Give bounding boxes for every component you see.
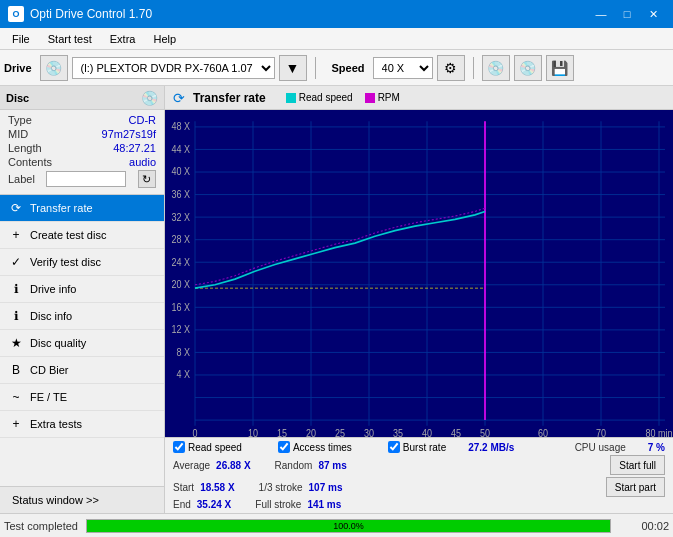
disc-info-icon: ℹ bbox=[8, 308, 24, 324]
legend-read-speed-color bbox=[286, 93, 296, 103]
legend-rpm-color bbox=[365, 93, 375, 103]
nav-fe-te-label: FE / TE bbox=[30, 391, 67, 403]
stats-row-3: Start 18.58 X 1/3 stroke 107 ms Start pa… bbox=[173, 477, 665, 497]
svg-text:24 X: 24 X bbox=[171, 256, 190, 268]
chart-title: Transfer rate bbox=[193, 91, 266, 105]
app-icon: O bbox=[8, 6, 24, 22]
start-full-button[interactable]: Start full bbox=[610, 455, 665, 475]
toolbar-sep-2 bbox=[473, 57, 474, 79]
chart-area: ⟳ Transfer rate Read speed RPM bbox=[165, 86, 673, 513]
burst-rate-checkbox[interactable] bbox=[388, 441, 400, 453]
drive-icon-btn[interactable]: 💿 bbox=[40, 55, 68, 81]
drive-select[interactable]: (l:) PLEXTOR DVDR PX-760A 1.07 bbox=[72, 57, 275, 79]
nav-extra-tests[interactable]: + Extra tests bbox=[0, 411, 164, 438]
average-stat: Average 26.88 X bbox=[173, 460, 251, 471]
svg-text:4 X: 4 X bbox=[176, 369, 190, 381]
end-stat: End 35.24 X bbox=[173, 499, 231, 510]
status-window-btn[interactable]: Status window >> bbox=[8, 491, 156, 509]
nav-cd-bier[interactable]: B CD Bier bbox=[0, 357, 164, 384]
svg-text:20 X: 20 X bbox=[171, 279, 190, 291]
chart-stats: Read speed Access times Burst rate 27.2 … bbox=[165, 437, 673, 513]
legend-rpm: RPM bbox=[365, 92, 400, 103]
full-stroke-stat: Full stroke 141 ms bbox=[255, 499, 341, 510]
start-part-button[interactable]: Start part bbox=[606, 477, 665, 497]
stroke-1-3-value: 107 ms bbox=[309, 482, 343, 493]
disc-length-label: Length bbox=[8, 142, 42, 154]
save-btn[interactable]: 💾 bbox=[546, 55, 574, 81]
nav-create-test-disc-label: Create test disc bbox=[30, 229, 106, 241]
nav-disc-info[interactable]: ℹ Disc info bbox=[0, 303, 164, 330]
end-label: End bbox=[173, 499, 191, 510]
svg-text:40: 40 bbox=[422, 427, 432, 437]
svg-text:16 X: 16 X bbox=[171, 301, 190, 313]
svg-text:60: 60 bbox=[538, 427, 548, 437]
create-test-disc-icon: + bbox=[8, 227, 24, 243]
nav-disc-quality-label: Disc quality bbox=[30, 337, 86, 349]
nav-disc-quality[interactable]: ★ Disc quality bbox=[0, 330, 164, 357]
access-times-checkbox[interactable] bbox=[278, 441, 290, 453]
speed-label: Speed bbox=[332, 62, 365, 74]
disc-mid-label: MID bbox=[8, 128, 28, 140]
disc-orange-btn[interactable]: 💿 bbox=[514, 55, 542, 81]
close-button[interactable]: ✕ bbox=[641, 4, 665, 24]
svg-text:8 X: 8 X bbox=[176, 346, 190, 358]
menu-start-test[interactable]: Start test bbox=[40, 31, 100, 47]
menubar: File Start test Extra Help bbox=[0, 28, 673, 50]
disc-type-value: CD-R bbox=[129, 114, 157, 126]
disc-quality-icon: ★ bbox=[8, 335, 24, 351]
disc-pink-btn[interactable]: 💿 bbox=[482, 55, 510, 81]
full-stroke-value: 141 ms bbox=[307, 499, 341, 510]
disc-label-input[interactable] bbox=[46, 171, 126, 187]
svg-text:35: 35 bbox=[393, 427, 403, 437]
nav-extra-tests-label: Extra tests bbox=[30, 418, 82, 430]
settings-btn[interactable]: ⚙ bbox=[437, 55, 465, 81]
drive-arrow-btn[interactable]: ▼ bbox=[279, 55, 307, 81]
chart-legend: Read speed RPM bbox=[286, 92, 400, 103]
stroke-1-3-stat: 1/3 stroke 107 ms bbox=[259, 482, 343, 493]
statusbar: Test completed 100.0% 00:02 bbox=[0, 513, 673, 537]
maximize-button[interactable]: □ bbox=[615, 4, 639, 24]
svg-text:0: 0 bbox=[193, 427, 198, 437]
disc-contents-row: Contents audio bbox=[8, 156, 156, 168]
disc-label-btn[interactable]: ↻ bbox=[138, 170, 156, 188]
disc-contents-label: Contents bbox=[8, 156, 52, 168]
menu-help[interactable]: Help bbox=[145, 31, 184, 47]
menu-file[interactable]: File bbox=[4, 31, 38, 47]
status-label: Test completed bbox=[4, 520, 78, 532]
fe-te-icon: ~ bbox=[8, 389, 24, 405]
nav-drive-info[interactable]: ℹ Drive info bbox=[0, 276, 164, 303]
speed-select[interactable]: 40 X bbox=[373, 57, 433, 79]
disc-info-panel: Type CD-R MID 97m27s19f Length 48:27.21 … bbox=[0, 110, 164, 195]
svg-text:48 X: 48 X bbox=[171, 121, 190, 133]
start-label: Start bbox=[173, 482, 194, 493]
extra-tests-icon: + bbox=[8, 416, 24, 432]
chart-header: ⟳ Transfer rate Read speed RPM bbox=[165, 86, 673, 110]
stroke-1-3-label: 1/3 stroke bbox=[259, 482, 303, 493]
start-value: 18.58 X bbox=[200, 482, 234, 493]
random-label: Random bbox=[275, 460, 313, 471]
cpu-value: 7 % bbox=[648, 442, 665, 453]
burst-rate-value: 27.2 MB/s bbox=[468, 442, 514, 453]
svg-text:25: 25 bbox=[335, 427, 345, 437]
nav-fe-te[interactable]: ~ FE / TE bbox=[0, 384, 164, 411]
svg-text:45: 45 bbox=[451, 427, 461, 437]
minimize-button[interactable]: — bbox=[589, 4, 613, 24]
nav-transfer-rate[interactable]: ⟳ Transfer rate bbox=[0, 195, 164, 222]
cd-bier-icon: B bbox=[8, 362, 24, 378]
disc-type-row: Type CD-R bbox=[8, 114, 156, 126]
svg-text:10: 10 bbox=[248, 427, 258, 437]
menu-extra[interactable]: Extra bbox=[102, 31, 144, 47]
cpu-label: CPU usage bbox=[575, 442, 626, 453]
nav-verify-test-disc[interactable]: ✓ Verify test disc bbox=[0, 249, 164, 276]
legend-read-speed-label: Read speed bbox=[299, 92, 353, 103]
nav-create-test-disc[interactable]: + Create test disc bbox=[0, 222, 164, 249]
transfer-rate-icon: ⟳ bbox=[8, 200, 24, 216]
svg-text:20: 20 bbox=[306, 427, 316, 437]
svg-text:28 X: 28 X bbox=[171, 234, 190, 246]
toolbar-sep-1 bbox=[315, 57, 316, 79]
read-speed-checkbox[interactable] bbox=[173, 441, 185, 453]
svg-text:40 X: 40 X bbox=[171, 166, 190, 178]
random-value: 87 ms bbox=[318, 460, 346, 471]
disc-length-row: Length 48:27.21 bbox=[8, 142, 156, 154]
start-stat: Start 18.58 X bbox=[173, 482, 235, 493]
